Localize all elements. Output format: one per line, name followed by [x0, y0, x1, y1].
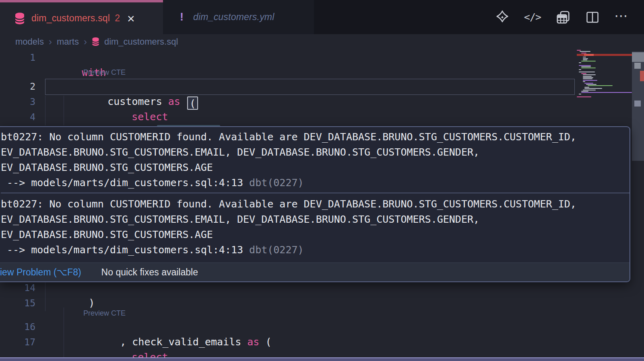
bracket-token: ) [89, 297, 95, 309]
indent-guide [64, 308, 64, 358]
close-icon[interactable]: × [127, 12, 135, 25]
minimap-code-line [583, 78, 592, 79]
line-number[interactable]: 15 [0, 295, 35, 311]
minimap-code-line [577, 50, 581, 51]
ruler-decoration [634, 63, 641, 69]
minimap-code-line [584, 83, 593, 84]
indent-guide [64, 96, 64, 125]
database-icon [92, 37, 99, 46]
database-icon [14, 12, 25, 25]
breadcrumb-marts[interactable]: marts [57, 37, 79, 47]
cursor-bracket: ( [187, 96, 198, 110]
line-number[interactable]: 3 [0, 94, 35, 109]
minimap-code-line [588, 85, 613, 86]
code-line-1[interactable]: with [58, 50, 106, 65]
split-editor-icon[interactable] [585, 10, 600, 25]
message-location: --> models/marts/dim_customers.sql:4:13 … [1, 242, 630, 258]
line-number[interactable]: 16 [0, 319, 35, 334]
message-separator [1, 193, 630, 193]
codelens-preview-cte[interactable]: Preview CTE [83, 308, 126, 319]
minimap-code-line [583, 74, 596, 75]
minimap-code-line [583, 90, 596, 90]
minimap[interactable] [577, 50, 632, 98]
diagnostic-code: dbt(0227) [243, 244, 304, 256]
more-actions-icon[interactable]: ⋯ [614, 9, 629, 26]
overview-ruler[interactable] [632, 49, 644, 357]
line-number[interactable]: 4 [0, 109, 35, 125]
tab-modified-count: 2 [115, 13, 120, 24]
minimap-code-line [583, 80, 597, 81]
code-line-2[interactable]: customers as ( [83, 79, 198, 94]
minimap-error-line [577, 54, 632, 56]
identifier-token: customers [107, 96, 168, 107]
minimap-code-line [581, 61, 596, 62]
message-text: EV_DATABASE.BRUNO.STG_CUSTOMERS.AGE [1, 160, 630, 175]
minimap-code-line [581, 53, 586, 53]
error-message-2: bt0227: No column CUSTOMERID found. Avai… [1, 197, 630, 258]
warning-badge: ! [180, 11, 184, 23]
view-problem-link[interactable]: iew Problem (⌥F8) [0, 267, 81, 278]
dbt-logo-icon[interactable] [495, 10, 510, 25]
message-location: --> models/marts/dim_customers.sql:4:13 … [1, 175, 630, 191]
minimap-code-line [583, 59, 587, 60]
error-message-1: bt0227: No column CUSTOMERID found. Avai… [1, 129, 630, 191]
minimap-code-line [583, 57, 586, 57]
line-number[interactable]: 1 [0, 50, 35, 65]
minimap-code-line [580, 51, 590, 52]
tab-dim-customers-yml[interactable]: ! dim_customers.yml [163, 0, 314, 34]
breadcrumb: models › marts › dim_customers.sql [0, 34, 644, 49]
compile-code-icon[interactable]: </> [524, 11, 541, 23]
codelens-preview-cte[interactable]: Preview CTE [83, 67, 126, 78]
tab-bar: dim_customers.sql 2 × ! dim_customers.ym… [0, 0, 644, 34]
keyword-token: as [168, 96, 180, 107]
space-token [180, 96, 186, 107]
minimap-code-line [583, 81, 585, 82]
error-hover-tooltip: bt0227: No column CUSTOMERID found. Avai… [0, 126, 630, 282]
minimap-code-line [577, 95, 632, 96]
panel-divider [0, 357, 644, 361]
minimap-code-line [577, 96, 591, 97]
minimap-code-line [581, 66, 591, 67]
code-line-4[interactable]: customerId [133, 109, 220, 125]
code-line-14[interactable]: ) [64, 280, 95, 295]
minimap-code-line [581, 91, 588, 92]
message-text: EV_DATABASE.BRUNO.STG_CUSTOMERS.EMAIL, D… [1, 145, 630, 160]
indent-guide [45, 281, 45, 311]
code-line-17[interactable]: select [107, 334, 168, 350]
message-text: EV_DATABASE.BRUNO.STG_CUSTOMERS.EMAIL, D… [1, 212, 630, 227]
preview-results-icon[interactable] [555, 10, 571, 25]
message-text: bt0227: No column CUSTOMERID found. Avai… [1, 129, 630, 145]
tab-dim-customers-sql[interactable]: dim_customers.sql 2 × [0, 0, 163, 34]
breadcrumb-models[interactable]: models [15, 37, 44, 47]
minimap-code-line [579, 69, 581, 70]
minimap-code-line [577, 70, 632, 71]
line-number[interactable]: 14 [0, 280, 35, 295]
breadcrumb-file[interactable]: dim_customers.sql [104, 37, 178, 47]
minimap-code-line [584, 87, 589, 88]
tab-filename: dim_customers.sql [31, 13, 110, 24]
editor-actions: </> ⋯ [495, 0, 629, 34]
minimap-code-line [581, 68, 596, 68]
minimap-code-line [579, 94, 581, 94]
line-number[interactable]: 2 [0, 79, 35, 94]
minimap-code-line [584, 88, 602, 89]
bracket-token: ( [259, 336, 271, 348]
ruler-decoration [632, 52, 644, 62]
line-number[interactable]: 17 [0, 334, 35, 350]
chevron-right-icon: › [49, 36, 52, 47]
chevron-right-icon: › [84, 36, 87, 47]
ruler-decoration [634, 101, 641, 107]
minimap-code-line [581, 92, 632, 93]
minimap-code-line [583, 77, 593, 78]
no-quick-fixes-label: No quick fixes available [101, 267, 198, 278]
minimap-code-line [586, 84, 597, 85]
hover-status-bar: iew Problem (⌥F8) No quick fixes availab… [0, 263, 630, 281]
file-path: --> models/marts/dim_customers.sql:4:13 [1, 244, 243, 256]
keyword-token: as [247, 336, 259, 348]
minimap-code-line [581, 73, 586, 74]
code-line-16[interactable]: , check_valid_emails as ( [96, 319, 272, 334]
tab-filename: dim_customers.yml [193, 12, 275, 23]
minimap-code-line [577, 64, 632, 64]
hover-messages: bt0227: No column CUSTOMERID found. Avai… [0, 127, 630, 258]
minimap-code-line [579, 72, 595, 72]
